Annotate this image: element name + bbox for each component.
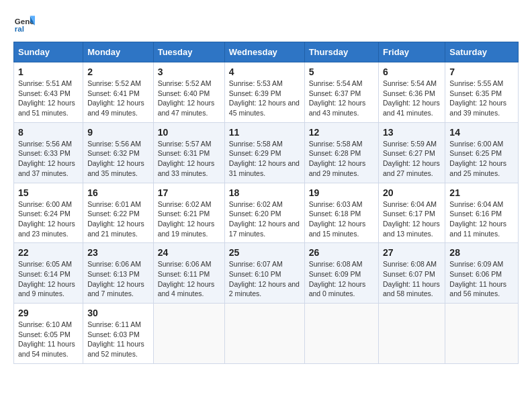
- calendar-cell: 1 Sunrise: 5:51 AM Sunset: 6:43 PM Dayli…: [14, 62, 83, 123]
- day-number: 28: [449, 247, 514, 258]
- day-number: 25: [229, 247, 300, 258]
- weekday-header-saturday: Saturday: [445, 42, 519, 62]
- day-info: Sunrise: 5:55 AM Sunset: 6:35 PM Dayligh…: [449, 79, 514, 118]
- day-info: Sunrise: 6:11 AM Sunset: 6:03 PM Dayligh…: [87, 320, 149, 359]
- day-info: Sunrise: 5:51 AM Sunset: 6:43 PM Dayligh…: [18, 79, 79, 118]
- calendar-cell: 16 Sunrise: 6:01 AM Sunset: 6:22 PM Dayl…: [83, 183, 154, 243]
- calendar-cell: 15 Sunrise: 6:00 AM Sunset: 6:24 PM Dayl…: [14, 183, 83, 243]
- day-info: Sunrise: 5:56 AM Sunset: 6:33 PM Dayligh…: [18, 139, 79, 179]
- calendar-cell: 8 Sunrise: 5:56 AM Sunset: 6:33 PM Dayli…: [14, 122, 83, 183]
- day-info: Sunrise: 5:58 AM Sunset: 6:28 PM Dayligh…: [309, 139, 374, 179]
- calendar-cell: 7 Sunrise: 5:55 AM Sunset: 6:35 PM Dayli…: [445, 62, 519, 123]
- calendar-cell: 22 Sunrise: 6:05 AM Sunset: 6:14 PM Dayl…: [14, 243, 83, 304]
- day-info: Sunrise: 6:01 AM Sunset: 6:22 PM Dayligh…: [87, 199, 149, 239]
- day-number: 29: [18, 308, 79, 318]
- day-number: 11: [229, 127, 300, 138]
- calendar-cell: 20 Sunrise: 6:04 AM Sunset: 6:17 PM Dayl…: [379, 183, 445, 243]
- calendar-cell: 26 Sunrise: 6:08 AM Sunset: 6:09 PM Dayl…: [304, 243, 378, 304]
- calendar-cell: 2 Sunrise: 5:52 AM Sunset: 6:41 PM Dayli…: [83, 62, 154, 123]
- calendar-cell: [445, 304, 519, 364]
- day-number: 16: [87, 187, 149, 198]
- day-number: 10: [158, 127, 220, 138]
- day-info: Sunrise: 6:04 AM Sunset: 6:16 PM Dayligh…: [449, 199, 514, 239]
- day-number: 7: [449, 66, 514, 77]
- calendar-cell: [304, 304, 378, 364]
- calendar-cell: 19 Sunrise: 6:03 AM Sunset: 6:18 PM Dayl…: [304, 183, 378, 243]
- weekday-header-wednesday: Wednesday: [224, 42, 304, 62]
- weekday-header-sunday: Sunday: [14, 42, 83, 62]
- day-info: Sunrise: 5:52 AM Sunset: 6:41 PM Dayligh…: [87, 79, 149, 118]
- day-info: Sunrise: 5:54 AM Sunset: 6:37 PM Dayligh…: [309, 79, 374, 118]
- day-info: Sunrise: 6:10 AM Sunset: 6:05 PM Dayligh…: [18, 320, 79, 359]
- calendar-cell: 17 Sunrise: 6:02 AM Sunset: 6:21 PM Dayl…: [153, 183, 224, 243]
- day-number: 23: [87, 247, 149, 258]
- day-info: Sunrise: 6:07 AM Sunset: 6:10 PM Dayligh…: [229, 259, 300, 299]
- day-info: Sunrise: 6:02 AM Sunset: 6:21 PM Dayligh…: [158, 199, 220, 239]
- calendar-cell: [379, 304, 445, 364]
- weekday-header-monday: Monday: [83, 42, 154, 62]
- day-info: Sunrise: 6:05 AM Sunset: 6:14 PM Dayligh…: [18, 259, 79, 299]
- calendar-cell: 5 Sunrise: 5:54 AM Sunset: 6:37 PM Dayli…: [304, 62, 378, 123]
- calendar-cell: 13 Sunrise: 5:59 AM Sunset: 6:27 PM Dayl…: [379, 122, 445, 183]
- day-number: 18: [229, 187, 300, 198]
- calendar-cell: 25 Sunrise: 6:07 AM Sunset: 6:10 PM Dayl…: [224, 243, 304, 304]
- calendar-cell: 10 Sunrise: 5:57 AM Sunset: 6:31 PM Dayl…: [153, 122, 224, 183]
- day-number: 2: [87, 66, 149, 77]
- day-number: 5: [309, 66, 374, 77]
- day-number: 19: [309, 187, 374, 198]
- calendar-cell: 11 Sunrise: 5:58 AM Sunset: 6:29 PM Dayl…: [224, 122, 304, 183]
- calendar-cell: 21 Sunrise: 6:04 AM Sunset: 6:16 PM Dayl…: [445, 183, 519, 243]
- calendar-week-row: 29 Sunrise: 6:10 AM Sunset: 6:05 PM Dayl…: [14, 304, 519, 364]
- calendar-cell: 14 Sunrise: 6:00 AM Sunset: 6:25 PM Dayl…: [445, 122, 519, 183]
- day-number: 17: [158, 187, 220, 198]
- day-number: 13: [383, 127, 441, 138]
- calendar-cell: 4 Sunrise: 5:53 AM Sunset: 6:39 PM Dayli…: [224, 62, 304, 123]
- day-number: 8: [18, 127, 79, 138]
- day-number: 4: [229, 66, 300, 77]
- day-number: 3: [158, 66, 220, 77]
- day-info: Sunrise: 6:04 AM Sunset: 6:17 PM Dayligh…: [383, 199, 441, 239]
- day-info: Sunrise: 6:09 AM Sunset: 6:06 PM Dayligh…: [449, 259, 514, 299]
- day-info: Sunrise: 5:54 AM Sunset: 6:36 PM Dayligh…: [383, 79, 441, 118]
- calendar-week-row: 1 Sunrise: 5:51 AM Sunset: 6:43 PM Dayli…: [14, 62, 519, 123]
- day-info: Sunrise: 5:52 AM Sunset: 6:40 PM Dayligh…: [158, 79, 220, 118]
- calendar-week-row: 22 Sunrise: 6:05 AM Sunset: 6:14 PM Dayl…: [14, 243, 519, 304]
- day-number: 12: [309, 127, 374, 138]
- day-info: Sunrise: 6:06 AM Sunset: 6:11 PM Dayligh…: [158, 259, 220, 299]
- day-info: Sunrise: 6:00 AM Sunset: 6:24 PM Dayligh…: [18, 199, 79, 239]
- calendar-cell: 28 Sunrise: 6:09 AM Sunset: 6:06 PM Dayl…: [445, 243, 519, 304]
- day-number: 9: [87, 127, 149, 138]
- calendar-cell: 12 Sunrise: 5:58 AM Sunset: 6:28 PM Dayl…: [304, 122, 378, 183]
- day-number: 24: [158, 247, 220, 258]
- day-info: Sunrise: 5:58 AM Sunset: 6:29 PM Dayligh…: [229, 139, 300, 179]
- weekday-header-row: SundayMondayTuesdayWednesdayThursdayFrid…: [14, 42, 519, 62]
- calendar-week-row: 8 Sunrise: 5:56 AM Sunset: 6:33 PM Dayli…: [14, 122, 519, 183]
- calendar-cell: 29 Sunrise: 6:10 AM Sunset: 6:05 PM Dayl…: [14, 304, 83, 364]
- day-info: Sunrise: 6:03 AM Sunset: 6:18 PM Dayligh…: [309, 199, 374, 239]
- calendar-table: SundayMondayTuesdayWednesdayThursdayFrid…: [13, 42, 519, 364]
- day-number: 21: [449, 187, 514, 198]
- day-info: Sunrise: 5:56 AM Sunset: 6:32 PM Dayligh…: [87, 139, 149, 179]
- weekday-header-friday: Friday: [379, 42, 445, 62]
- day-number: 1: [18, 66, 79, 77]
- calendar-cell: [153, 304, 224, 364]
- svg-text:ral: ral: [15, 25, 24, 33]
- day-info: Sunrise: 6:08 AM Sunset: 6:07 PM Dayligh…: [383, 259, 441, 299]
- day-number: 20: [383, 187, 441, 198]
- day-number: 15: [18, 187, 79, 198]
- calendar-cell: 3 Sunrise: 5:52 AM Sunset: 6:40 PM Dayli…: [153, 62, 224, 123]
- weekday-header-thursday: Thursday: [304, 42, 378, 62]
- calendar-cell: 9 Sunrise: 5:56 AM Sunset: 6:32 PM Dayli…: [83, 122, 154, 183]
- calendar-cell: 18 Sunrise: 6:02 AM Sunset: 6:20 PM Dayl…: [224, 183, 304, 243]
- day-info: Sunrise: 6:06 AM Sunset: 6:13 PM Dayligh…: [87, 259, 149, 299]
- weekday-header-tuesday: Tuesday: [153, 42, 224, 62]
- calendar-cell: 6 Sunrise: 5:54 AM Sunset: 6:36 PM Dayli…: [379, 62, 445, 123]
- calendar-cell: 30 Sunrise: 6:11 AM Sunset: 6:03 PM Dayl…: [83, 304, 154, 364]
- day-number: 14: [449, 127, 514, 138]
- day-number: 27: [383, 247, 441, 258]
- calendar-cell: [224, 304, 304, 364]
- logo-icon: Gene- ral: [13, 13, 35, 35]
- day-info: Sunrise: 5:57 AM Sunset: 6:31 PM Dayligh…: [158, 139, 220, 179]
- day-number: 22: [18, 247, 79, 258]
- day-number: 26: [309, 247, 374, 258]
